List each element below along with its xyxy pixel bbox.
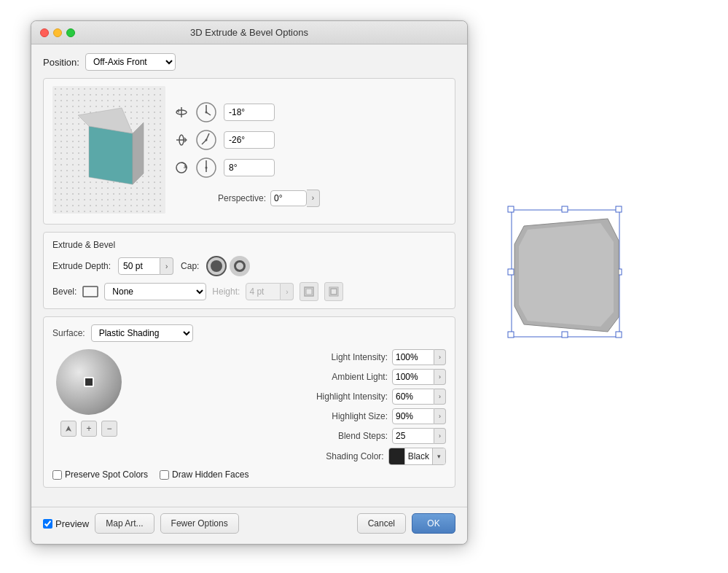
extrude-depth-group: 50 pt › bbox=[118, 257, 173, 275]
surface-properties: Light Intensity: 100% › Ambient Light: 1… bbox=[137, 349, 446, 465]
x-rotation-icon bbox=[174, 105, 189, 120]
bevel-height-group: 4 pt › bbox=[246, 283, 294, 300]
ambient-light-input[interactable]: 100% bbox=[392, 369, 434, 385]
svg-rect-2 bbox=[562, 206, 568, 212]
add-light-button[interactable]: + bbox=[81, 421, 97, 437]
svg-rect-6 bbox=[562, 332, 568, 338]
preview-checkbox[interactable] bbox=[43, 519, 52, 529]
dialog-body: Position: Off-Axis Front Off-Axis Back O… bbox=[31, 44, 467, 507]
bevel-outset-button[interactable] bbox=[324, 282, 343, 301]
highlight-intensity-arrow[interactable]: › bbox=[434, 389, 446, 405]
lighting-sphere[interactable] bbox=[56, 349, 122, 415]
svg-point-18 bbox=[206, 111, 208, 113]
position-section: -18° bbox=[43, 78, 455, 225]
perspective-input-group: 0° › bbox=[270, 190, 320, 207]
light-intensity-row: Light Intensity: 100% › bbox=[137, 349, 446, 365]
position-label: Position: bbox=[43, 57, 79, 68]
highlight-intensity-group: 60% › bbox=[392, 389, 446, 405]
cap-hollow-icon bbox=[234, 260, 246, 272]
highlight-size-label: Highlight Size: bbox=[332, 411, 388, 421]
draw-hidden-faces-label[interactable]: Draw Hidden Faces bbox=[160, 469, 248, 480]
light-intensity-group: 100% › bbox=[392, 349, 446, 365]
cap-filled-button[interactable] bbox=[206, 256, 227, 276]
cancel-button[interactable]: Cancel bbox=[357, 513, 406, 534]
z-rotation-icon bbox=[174, 160, 189, 175]
cube-preview bbox=[52, 86, 165, 214]
preview-checkbox-label[interactable]: Preview bbox=[43, 518, 89, 529]
svg-marker-10 bbox=[89, 126, 133, 184]
bevel-inset-button[interactable] bbox=[300, 282, 318, 301]
svg-marker-12 bbox=[133, 122, 144, 184]
svg-rect-32 bbox=[306, 289, 312, 295]
z-clock-icon bbox=[195, 156, 218, 179]
highlight-intensity-row: Highlight Intensity: 60% › bbox=[137, 389, 446, 405]
z-angle-input[interactable]: 8° bbox=[224, 159, 275, 176]
position-dropdown[interactable]: Off-Axis Front Off-Axis Back Off-Axis Le… bbox=[85, 53, 176, 71]
surface-label: Surface: bbox=[52, 328, 85, 338]
preserve-spot-colors-label[interactable]: Preserve Spot Colors bbox=[52, 469, 148, 480]
light-intensity-arrow[interactable]: › bbox=[434, 349, 446, 365]
shading-color-dropdown[interactable]: Black ▾ bbox=[388, 448, 446, 465]
map-art-button[interactable]: Map Art... bbox=[95, 513, 154, 534]
height-label: Height: bbox=[212, 286, 240, 297]
shading-color-label: Shading Color: bbox=[326, 451, 383, 461]
extrude-bevel-label: Extrude & Bevel bbox=[52, 240, 446, 250]
extrude-depth-row: Extrude Depth: 50 pt › Cap: bbox=[52, 256, 446, 276]
highlight-size-arrow[interactable]: › bbox=[434, 408, 446, 424]
blend-steps-group: 25 › bbox=[392, 428, 446, 444]
cap-label: Cap: bbox=[181, 261, 199, 271]
extrude-depth-input[interactable]: 50 pt bbox=[118, 257, 160, 275]
cap-group bbox=[206, 256, 250, 276]
extrude-depth-arrow[interactable]: › bbox=[160, 257, 173, 275]
bevel-label: Bevel: bbox=[52, 286, 77, 297]
light-intensity-label: Light Intensity: bbox=[332, 352, 388, 362]
rotation-controls: -18° bbox=[174, 86, 320, 214]
maximize-button[interactable] bbox=[66, 28, 75, 37]
svg-rect-33 bbox=[331, 289, 337, 295]
highlight-intensity-label: Highlight Intensity: bbox=[316, 391, 388, 402]
perspective-arrow[interactable]: › bbox=[307, 190, 320, 207]
checkbox-row: Preserve Spot Colors Draw Hidden Faces bbox=[52, 469, 446, 480]
blend-steps-row: Blend Steps: 25 › bbox=[137, 428, 446, 444]
shading-color-row: Shading Color: Black ▾ bbox=[137, 448, 446, 465]
perspective-input[interactable]: 0° bbox=[270, 190, 307, 206]
highlight-size-group: 90% › bbox=[392, 408, 446, 424]
ambient-light-label: Ambient Light: bbox=[332, 372, 388, 382]
preserve-spot-colors-checkbox[interactable] bbox=[52, 470, 62, 480]
ambient-light-row: Ambient Light: 100% › bbox=[137, 369, 446, 385]
highlight-size-input[interactable]: 90% bbox=[392, 408, 434, 424]
preview-label: Preview bbox=[55, 518, 89, 529]
surface-dropdown[interactable]: Plastic Shading Diffuse Shading No Shadi… bbox=[91, 324, 193, 342]
extrude-depth-label: Extrude Depth: bbox=[52, 261, 111, 271]
dialog-titlebar: 3D Extrude & Bevel Options bbox=[31, 21, 467, 44]
light-intensity-input[interactable]: 100% bbox=[392, 349, 434, 365]
svg-point-24 bbox=[206, 139, 208, 141]
bevel-dropdown[interactable]: None Classic Wide Round Curvy Stepped bbox=[104, 283, 206, 300]
preserve-spot-colors-text: Preserve Spot Colors bbox=[65, 469, 148, 480]
x-angle-input[interactable]: -18° bbox=[224, 104, 275, 121]
ok-button[interactable]: OK bbox=[412, 513, 455, 534]
bevel-height-arrow: › bbox=[281, 283, 294, 300]
minimize-button[interactable] bbox=[53, 28, 62, 37]
svg-rect-3 bbox=[616, 206, 622, 212]
light-back-button[interactable] bbox=[60, 421, 77, 437]
cap-hollow-button[interactable] bbox=[230, 256, 250, 276]
color-dropdown-arrow[interactable]: ▾ bbox=[432, 448, 445, 464]
blend-steps-input[interactable]: 25 bbox=[392, 428, 434, 444]
highlight-size-row: Highlight Size: 90% › bbox=[137, 408, 446, 424]
position-content: -18° bbox=[52, 86, 446, 214]
y-angle-input[interactable]: -26° bbox=[224, 131, 275, 149]
bevel-shape-icon bbox=[82, 286, 98, 297]
remove-light-button[interactable]: − bbox=[101, 421, 117, 437]
ambient-light-arrow[interactable]: › bbox=[434, 369, 446, 385]
highlight-intensity-input[interactable]: 60% bbox=[392, 389, 434, 405]
y-rotation-icon bbox=[174, 133, 189, 147]
draw-hidden-faces-checkbox[interactable] bbox=[160, 470, 169, 480]
position-row: Position: Off-Axis Front Off-Axis Back O… bbox=[43, 53, 455, 71]
light-position-indicator bbox=[84, 377, 94, 387]
blend-steps-label: Blend Steps: bbox=[338, 431, 388, 441]
lighting-area: + − Light Intensity: 100% › bbox=[52, 349, 446, 465]
close-button[interactable] bbox=[40, 28, 49, 37]
fewer-options-button[interactable]: Fewer Options bbox=[160, 513, 239, 534]
blend-steps-arrow[interactable]: › bbox=[434, 428, 446, 444]
